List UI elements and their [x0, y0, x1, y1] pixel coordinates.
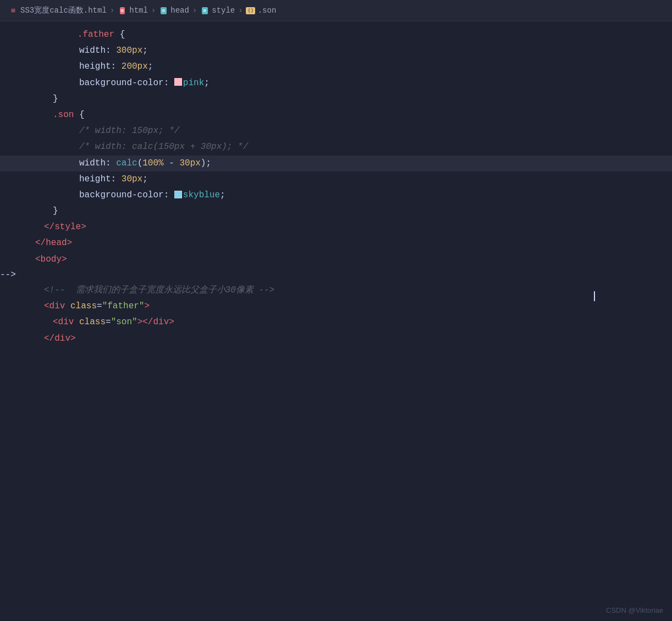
token-px: 30px	[179, 158, 200, 168]
code-content: height: 30px;	[30, 172, 672, 187]
code-content: .father {	[30, 27, 672, 42]
code-content: .son {	[30, 108, 672, 123]
breadcrumb-style: ⊞ style	[200, 6, 235, 15]
token-value: 30px	[122, 174, 142, 184]
token-tag-close: >	[144, 301, 150, 311]
token-brace: }	[53, 206, 58, 216]
token-value: 200px	[122, 62, 148, 71]
code-line: }	[0, 203, 672, 219]
code-line: .son {	[0, 107, 672, 123]
token-tag-bracket: <div	[44, 301, 70, 311]
head-icon: ⊞	[159, 6, 168, 15]
breadcrumb-sep-1: ›	[110, 6, 114, 15]
code-line: </div>	[0, 331, 672, 347]
token-tag-bracket: <div	[53, 317, 79, 327]
token-comment: /* width: calc(150px + 30px); */	[79, 142, 248, 152]
code-content: background-color: pink;	[30, 76, 672, 91]
code-content: <body>	[30, 252, 672, 267]
token-property: background-color	[79, 190, 164, 200]
token-brace: }	[53, 94, 58, 104]
token-selector: .father	[35, 30, 114, 40]
token-tag-close: ></div>	[137, 317, 174, 327]
token-attr-name: class	[70, 301, 97, 311]
code-line: <body>	[0, 252, 672, 268]
token-equals: =	[97, 301, 102, 311]
code-line: <div class="father">	[0, 298, 672, 314]
token-colon: :	[106, 46, 116, 56]
token-attr-name: class	[79, 317, 106, 327]
code-line: </head>	[0, 235, 672, 251]
token-property: height	[79, 62, 111, 71]
code-line: background-color: pink;	[0, 75, 672, 91]
code-content: </style>	[30, 220, 672, 235]
code-content: <!-- 需求我们的子盒子宽度永远比父盒子小30像素 -->	[30, 283, 672, 298]
code-line: .father {	[0, 27, 672, 43]
code-content: width: 300px;	[30, 43, 672, 58]
code-line: /* width: 150px; */	[0, 123, 672, 139]
token-property: width	[79, 46, 106, 56]
token-value: skyblue	[183, 190, 220, 200]
token-tag: </div>	[44, 334, 76, 343]
token-property: height	[79, 174, 111, 184]
code-line: <div class="son"></div>	[0, 314, 672, 330]
code-content: /* width: 150px; */	[30, 124, 672, 138]
code-content: <div class="father">	[30, 299, 672, 314]
code-content: </div>	[30, 331, 672, 346]
code-line: width: 300px;	[0, 43, 672, 59]
html-icon: ⊞	[118, 6, 126, 15]
code-content: height: 200px;	[30, 59, 672, 74]
code-content: }	[30, 92, 672, 107]
breadcrumb-sep-2: ›	[151, 6, 156, 15]
code-content: /* width: calc(150px + 30px); */	[30, 140, 672, 154]
token-brace: {	[114, 30, 125, 40]
code-line: background-color: skyblue;	[0, 187, 672, 203]
code-line: height: 200px;	[0, 59, 672, 75]
token-attr-value: "father"	[102, 301, 145, 311]
code-content: background-color: skyblue;	[30, 188, 672, 203]
token-tag: <body>	[35, 254, 67, 264]
breadcrumb-html: ⊞ html	[118, 6, 148, 15]
token-property: background-color	[79, 78, 164, 88]
breadcrumb: ⊞ SS3宽度calc函数.html › ⊞ html › ⊞ head › ⊞…	[0, 0, 672, 21]
code-line: <!-- 需求我们的子盒子宽度永远比父盒子小30像素 -->	[0, 282, 672, 298]
token-percent: 100%	[142, 158, 163, 168]
son-icon: ⟨⟩	[246, 6, 255, 15]
code-line-active: width: calc(100% - 30px);	[0, 156, 672, 171]
token-semi: ;	[142, 46, 148, 56]
code-content: }	[30, 204, 672, 219]
code-content: <div class="son"></div>	[30, 315, 672, 330]
token-property: width	[79, 158, 106, 168]
text-cursor	[594, 291, 595, 301]
code-editor[interactable]: .father { width: 300px; height: 200px; b…	[0, 21, 672, 352]
breadcrumb-head: ⊞ head	[159, 6, 189, 15]
token-equals: =	[106, 317, 111, 327]
code-line: height: 30px;	[0, 171, 672, 187]
token-calc: calc	[116, 158, 137, 168]
token-selector: .son	[53, 110, 74, 120]
color-swatch-pink	[174, 78, 182, 86]
token-comment-html: <!-- 需求我们的子盒子宽度永远比父盒子小30像素 -->	[44, 285, 274, 295]
token-tag: </head>	[35, 238, 72, 248]
color-swatch-skyblue	[174, 191, 182, 198]
breadcrumb-filename: ⊞ SS3宽度calc函数.html	[9, 5, 107, 15]
breadcrumb-sep-3: ›	[192, 6, 197, 15]
token-comment: /* width: 150px; */	[79, 126, 179, 136]
token-attr-value: "son"	[111, 317, 137, 327]
file-icon: ⊞	[9, 6, 18, 15]
code-content: </head>	[30, 236, 672, 251]
breadcrumb-sep-4: ›	[238, 6, 243, 15]
token-tag: </style>	[44, 222, 86, 232]
watermark: CSDN @Viktoriae	[606, 606, 663, 614]
code-line: }	[0, 91, 672, 107]
code-line: </style>	[0, 219, 672, 235]
code-line: /* width: calc(150px + 30px); */	[0, 139, 672, 155]
breadcrumb-son: ⟨⟩ .son	[246, 6, 277, 15]
code-content: width: calc(100% - 30px);	[30, 156, 672, 171]
style-icon: ⊞	[200, 6, 209, 15]
token-value: 300px	[116, 46, 142, 56]
token-value: pink	[183, 78, 204, 88]
